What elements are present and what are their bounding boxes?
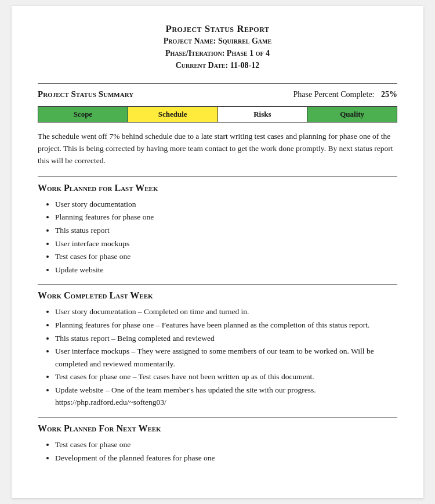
list-item: Test cases for phase one <box>55 250 397 263</box>
work-completed-last-week-section: Work Completed Last Week User story docu… <box>38 290 397 409</box>
work-planned-next-week-section: Work Planned For Next Week Test cases fo… <box>38 423 397 464</box>
date-label: Current Date: 11-08-12 <box>38 59 397 71</box>
work-planned-next-week-list: Test cases for phase one Development of … <box>38 438 397 464</box>
list-item: This status report <box>55 224 397 237</box>
list-item: Test cases for phase one – Test cases ha… <box>55 370 397 383</box>
header-divider <box>38 83 397 84</box>
list-item: User story documentation <box>55 198 397 211</box>
summary-paragraph: The schedule went off 7% behind schedule… <box>38 131 397 167</box>
list-item: Planning features for phase one – Featur… <box>55 319 397 332</box>
next-week-divider <box>38 417 397 417</box>
project-name: Project Name: Squirrel Game <box>38 35 397 47</box>
phase-label: Phase/Iteration: Phase 1 of 4 <box>38 47 397 59</box>
status-summary-row: Project Status Summary Phase Percent Com… <box>38 89 397 99</box>
status-bar-schedule: Schedule <box>128 107 218 122</box>
status-bar-risks: Risks <box>218 107 308 122</box>
phase-percent-value: 25% <box>381 90 397 99</box>
status-bar-quality: Quality <box>307 107 397 122</box>
list-item: Update website – One of the team member'… <box>55 384 397 409</box>
status-bar: Scope Schedule Risks Quality <box>38 106 397 123</box>
work-planned-next-week-heading: Work Planned For Next Week <box>38 423 397 434</box>
list-item: Planning features for phase one <box>55 211 397 224</box>
phase-percent-row: Phase Percent Complete: 25% <box>293 90 397 99</box>
phase-percent-label: Phase Percent Complete: <box>293 90 375 99</box>
report-header: Project Status Report Project Name: Squi… <box>38 23 397 71</box>
planned-divider <box>38 177 397 177</box>
page: Project Status Report Project Name: Squi… <box>12 6 423 498</box>
list-item: Test cases for phase one <box>55 438 397 451</box>
work-planned-last-week-heading: Work Planned for Last Week <box>38 183 397 193</box>
work-planned-last-week-list: User story documentation Planning featur… <box>38 198 397 276</box>
status-bar-scope: Scope <box>38 107 128 122</box>
work-planned-last-week-section: Work Planned for Last Week User story do… <box>38 183 397 276</box>
list-item: This status report – Being completed and… <box>55 332 397 345</box>
list-item: User interface mockups <box>55 237 397 250</box>
list-item: Development of the planned features for … <box>55 452 397 465</box>
list-item: Update website <box>55 264 397 276</box>
list-item: User story documentation – Completed on … <box>55 305 397 318</box>
list-item: User interface mockups – They were assig… <box>55 345 397 370</box>
completed-divider <box>38 284 397 285</box>
work-completed-last-week-heading: Work Completed Last Week <box>38 290 397 301</box>
work-completed-last-week-list: User story documentation – Completed on … <box>38 305 397 409</box>
report-title: Project Status Report <box>38 23 397 35</box>
status-summary-label: Project Status Summary <box>38 89 133 99</box>
